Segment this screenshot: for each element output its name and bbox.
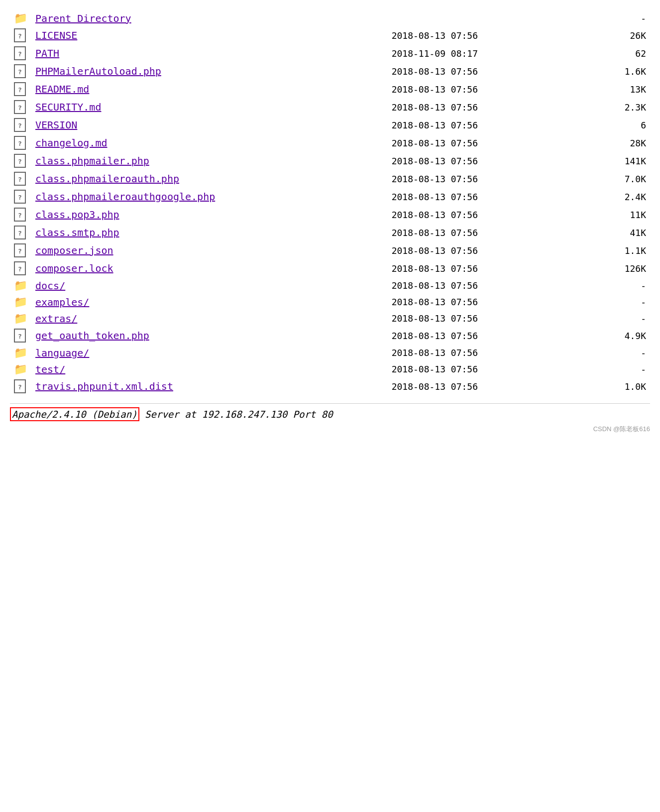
- file-size: 1.6K: [575, 62, 650, 80]
- file-size: -: [575, 345, 650, 361]
- file-date: 2018-08-13 07:56: [388, 26, 575, 44]
- file-name[interactable]: README.md: [31, 80, 388, 98]
- file-icon: ?: [10, 188, 31, 206]
- file-name[interactable]: class.phpmaileroauth.php: [31, 170, 388, 188]
- folder-icon: 📁: [10, 294, 31, 310]
- file-date: 2018-08-13 07:56: [388, 294, 575, 310]
- file-icon: ?: [10, 26, 31, 44]
- file-size: -: [575, 10, 650, 26]
- parent-icon: 📁: [10, 10, 31, 26]
- file-size: 2.3K: [575, 98, 650, 116]
- list-item: ?PHPMailerAutoload.php2018-08-13 07:561.…: [10, 62, 650, 80]
- file-icon: ?: [10, 259, 31, 277]
- file-size: 4.9K: [575, 327, 650, 345]
- file-name[interactable]: docs/: [31, 277, 388, 294]
- list-item: ?VERSION2018-08-13 07:566: [10, 116, 650, 134]
- file-size: 2.4K: [575, 188, 650, 206]
- file-name[interactable]: PATH: [31, 44, 388, 62]
- file-size: 26K: [575, 26, 650, 44]
- list-item: 📁extras/2018-08-13 07:56-: [10, 310, 650, 327]
- folder-icon: 📁: [10, 345, 31, 361]
- file-size: 6: [575, 116, 650, 134]
- folder-icon: 📁: [10, 277, 31, 294]
- list-item: ?class.smtp.php2018-08-13 07:5641K: [10, 224, 650, 241]
- file-name[interactable]: Parent Directory: [31, 10, 388, 26]
- file-name[interactable]: get_oauth_token.php: [31, 327, 388, 345]
- file-icon: ?: [10, 134, 31, 152]
- file-size: 7.0K: [575, 170, 650, 188]
- list-item: ?changelog.md2018-08-13 07:5628K: [10, 134, 650, 152]
- file-icon: ?: [10, 98, 31, 116]
- list-item: 📁language/2018-08-13 07:56-: [10, 345, 650, 361]
- list-item: ?composer.lock2018-08-13 07:56126K: [10, 259, 650, 277]
- file-icon: ?: [10, 80, 31, 98]
- file-name[interactable]: class.pop3.php: [31, 206, 388, 224]
- file-listing-table: 📁Parent Directory-?LICENSE2018-08-13 07:…: [10, 10, 650, 395]
- list-item: 📁docs/2018-08-13 07:56-: [10, 277, 650, 294]
- file-size: 28K: [575, 134, 650, 152]
- file-icon: ?: [10, 224, 31, 241]
- file-size: 141K: [575, 152, 650, 170]
- file-date: 2018-08-13 07:56: [388, 98, 575, 116]
- file-size: 126K: [575, 259, 650, 277]
- list-item: ?SECURITY.md2018-08-13 07:562.3K: [10, 98, 650, 116]
- footer-bar: Apache/2.4.10 (Debian) Server at 192.168…: [10, 403, 650, 420]
- file-name[interactable]: VERSION: [31, 116, 388, 134]
- file-name[interactable]: travis.phpunit.xml.dist: [31, 377, 388, 395]
- file-name[interactable]: LICENSE: [31, 26, 388, 44]
- file-date: 2018-08-13 07:56: [388, 277, 575, 294]
- file-date: 2018-08-13 07:56: [388, 206, 575, 224]
- file-date: 2018-08-13 07:56: [388, 152, 575, 170]
- file-size: 62: [575, 44, 650, 62]
- file-size: -: [575, 361, 650, 377]
- file-date: 2018-08-13 07:56: [388, 224, 575, 241]
- list-item: ?class.phpmaileroauth.php2018-08-13 07:5…: [10, 170, 650, 188]
- list-item: ?README.md2018-08-13 07:5613K: [10, 80, 650, 98]
- file-icon: ?: [10, 152, 31, 170]
- file-size: -: [575, 310, 650, 327]
- file-name[interactable]: SECURITY.md: [31, 98, 388, 116]
- file-date: 2018-08-13 07:56: [388, 134, 575, 152]
- list-item: ?class.phpmailer.php2018-08-13 07:56141K: [10, 152, 650, 170]
- file-date: 2018-08-13 07:56: [388, 377, 575, 395]
- list-item: ?class.pop3.php2018-08-13 07:5611K: [10, 206, 650, 224]
- file-icon: ?: [10, 327, 31, 345]
- list-item: ?composer.json2018-08-13 07:561.1K: [10, 241, 650, 259]
- file-name[interactable]: class.phpmaileroauthgoogle.php: [31, 188, 388, 206]
- file-date: 2018-08-13 07:56: [388, 345, 575, 361]
- list-item: 📁examples/2018-08-13 07:56-: [10, 294, 650, 310]
- file-name[interactable]: PHPMailerAutoload.php: [31, 62, 388, 80]
- file-date: 2018-08-13 07:56: [388, 241, 575, 259]
- list-item: ?class.phpmaileroauthgoogle.php2018-08-1…: [10, 188, 650, 206]
- file-icon: ?: [10, 62, 31, 80]
- list-item: ?LICENSE2018-08-13 07:5626K: [10, 26, 650, 44]
- file-name[interactable]: composer.lock: [31, 259, 388, 277]
- file-date: 2018-08-13 07:56: [388, 327, 575, 345]
- watermark: CSDN @陈老板616: [10, 425, 650, 434]
- file-name[interactable]: class.smtp.php: [31, 224, 388, 241]
- file-date: 2018-11-09 08:17: [388, 44, 575, 62]
- file-date: 2018-08-13 07:56: [388, 62, 575, 80]
- file-name[interactable]: composer.json: [31, 241, 388, 259]
- file-name[interactable]: test/: [31, 361, 388, 377]
- file-size: 13K: [575, 80, 650, 98]
- file-name[interactable]: class.phpmailer.php: [31, 152, 388, 170]
- file-name[interactable]: examples/: [31, 294, 388, 310]
- file-name[interactable]: changelog.md: [31, 134, 388, 152]
- file-size: -: [575, 294, 650, 310]
- list-item: ?get_oauth_token.php2018-08-13 07:564.9K: [10, 327, 650, 345]
- file-icon: ?: [10, 170, 31, 188]
- list-item: ?PATH2018-11-09 08:1762: [10, 44, 650, 62]
- file-date: 2018-08-13 07:56: [388, 170, 575, 188]
- file-icon: ?: [10, 377, 31, 395]
- server-rest: Server at 192.168.247.130 Port 80: [139, 409, 333, 420]
- file-size: -: [575, 277, 650, 294]
- file-size: 11K: [575, 206, 650, 224]
- file-date: 2018-08-13 07:56: [388, 80, 575, 98]
- file-icon: ?: [10, 116, 31, 134]
- file-name[interactable]: language/: [31, 345, 388, 361]
- file-name[interactable]: extras/: [31, 310, 388, 327]
- folder-icon: 📁: [10, 361, 31, 377]
- file-date: 2018-08-13 07:56: [388, 116, 575, 134]
- file-icon: ?: [10, 241, 31, 259]
